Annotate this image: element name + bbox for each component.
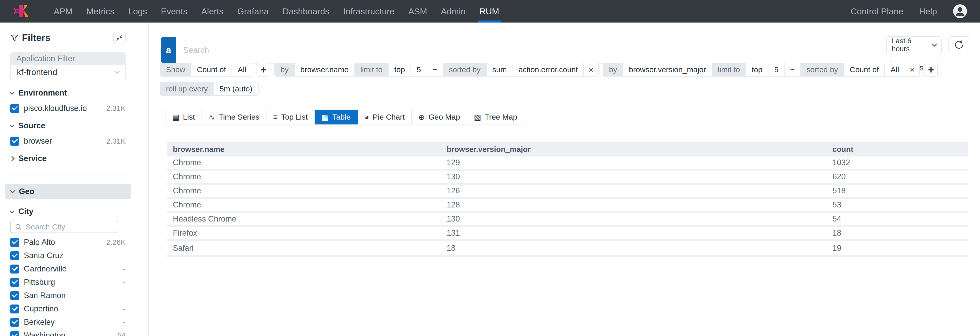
checkbox-checked[interactable]	[10, 238, 19, 247]
search-bar: a	[161, 37, 877, 64]
filter-item-label: browser	[24, 136, 52, 146]
show-label: Show	[160, 63, 191, 76]
geo-map-icon: ⊕	[418, 113, 425, 122]
top-select[interactable]: top	[746, 63, 768, 76]
checkbox-checked[interactable]	[10, 251, 19, 260]
group-field-select[interactable]: browser.version_major	[623, 63, 712, 76]
nav-item-help[interactable]: Help	[919, 0, 937, 22]
chevron-down-icon	[115, 69, 120, 74]
table-icon: ▦	[321, 113, 329, 122]
table-cell: Chrome	[167, 172, 441, 181]
nav-item-infrastructure[interactable]: Infrastructure	[343, 0, 395, 22]
table-cell: Chrome	[167, 200, 441, 210]
limit-n-input[interactable]: 5	[768, 63, 784, 76]
filter-item-label: pisco.kloudfuse.io	[24, 104, 87, 113]
nav-item-asm[interactable]: ASM	[408, 0, 427, 22]
sort-agg-select[interactable]: Count of	[844, 63, 885, 76]
remove-group-button[interactable]: ×	[905, 63, 920, 76]
nav-item-admin[interactable]: Admin	[441, 0, 465, 22]
query-key-badge[interactable]: a	[161, 37, 176, 64]
user-avatar[interactable]	[953, 4, 967, 18]
table-cell: 18	[441, 243, 827, 253]
chevron-down-icon	[10, 188, 15, 194]
top-select[interactable]: top	[388, 63, 411, 76]
tab-top-list[interactable]: ≡Top List	[266, 110, 315, 125]
section-city[interactable]: City	[10, 207, 126, 216]
remove-limit-button[interactable]: −	[784, 63, 800, 76]
filter-item-count: 2.31K	[106, 104, 126, 113]
limit-to-label: limit to	[354, 63, 388, 76]
add-group-button[interactable]: +	[924, 63, 938, 77]
section-label: Source	[18, 121, 45, 130]
table-row[interactable]: Chrome12853	[167, 199, 968, 213]
nav-item-dashboards[interactable]: Dashboards	[283, 0, 329, 22]
city-search-input[interactable]	[25, 222, 113, 231]
table-row[interactable]: Headless Chrome13054	[167, 213, 968, 227]
nav-item-metrics[interactable]: Metrics	[86, 0, 115, 22]
tab-pie-chart[interactable]: ◕Pie Chart	[358, 110, 412, 125]
nav-item-grafana[interactable]: Grafana	[237, 0, 269, 22]
column-header[interactable]: browser.version_major	[441, 145, 827, 154]
section-environment[interactable]: Environment	[10, 88, 126, 98]
filters-header: Filters	[10, 32, 126, 44]
metric-select[interactable]: Count of	[191, 63, 231, 76]
tab-list[interactable]: ▤List	[165, 110, 202, 125]
table-row[interactable]: Chrome126518	[167, 185, 968, 199]
column-header[interactable]: browser.name	[167, 145, 441, 154]
sort-field-select[interactable]: All	[885, 63, 905, 76]
table-cell: 518	[827, 186, 968, 195]
tab-geo-map[interactable]: ⊕Geo Map	[412, 110, 467, 125]
city-item-count: -	[123, 305, 126, 313]
sort-agg-select[interactable]: sum	[486, 63, 512, 76]
nav-item-control-plane[interactable]: Control Plane	[851, 0, 903, 22]
table-cell: 53	[827, 200, 968, 210]
city-item: Pittsburg-	[10, 275, 126, 289]
table-cell: 130	[441, 172, 827, 181]
column-header[interactable]: count	[827, 145, 968, 154]
nav-item-events[interactable]: Events	[161, 0, 188, 22]
checkbox-checked[interactable]	[10, 104, 19, 113]
refresh-button[interactable]	[948, 36, 969, 52]
application-filter-select[interactable]: kf-frontend	[10, 65, 126, 80]
tab-time-series[interactable]: ∿Time Series	[202, 110, 266, 125]
checkbox-checked[interactable]	[10, 331, 19, 336]
table-body: Chrome1291032Chrome130620Chrome126518Chr…	[167, 157, 968, 255]
sort-field-select[interactable]: action.error.count	[512, 63, 584, 76]
metric-field-select[interactable]: All	[231, 63, 251, 76]
section-geo[interactable]: Geo	[5, 184, 131, 199]
search-input[interactable]	[176, 45, 877, 55]
city-item-count: -	[123, 318, 126, 326]
collapse-sidebar-button[interactable]	[113, 32, 126, 44]
checkbox-checked[interactable]	[10, 137, 19, 146]
remove-group-button[interactable]: ×	[583, 63, 598, 76]
table-cell: Firefox	[167, 229, 441, 238]
city-item: Cupertino-	[10, 302, 126, 315]
limit-n-input[interactable]: 5	[410, 63, 426, 76]
checkbox-checked[interactable]	[10, 291, 19, 300]
filter-item-pisco: pisco.kloudfuse.io 2.31K	[10, 104, 126, 113]
time-range-picker[interactable]: Last 6 hours	[886, 36, 942, 53]
table-row[interactable]: Firefox13118	[167, 227, 968, 241]
rollup-value-select[interactable]: 5m (auto)	[213, 82, 258, 95]
tab-tree-map[interactable]: ▧Tree Map	[467, 110, 525, 125]
nav-item-alerts[interactable]: Alerts	[201, 0, 224, 22]
checkbox-checked[interactable]	[10, 304, 19, 314]
add-metric-button[interactable]: +	[256, 63, 270, 77]
group-field-select[interactable]: browser.name	[294, 63, 354, 76]
results-table: browser.namebrowser.version_majorcount C…	[167, 142, 968, 257]
checkbox-checked[interactable]	[10, 278, 19, 287]
nav-item-logs[interactable]: Logs	[128, 0, 147, 22]
table-row[interactable]: Chrome130620	[167, 171, 968, 185]
section-source[interactable]: Source	[10, 121, 126, 130]
nav-item-rum[interactable]: RUM	[479, 0, 499, 22]
tab-table[interactable]: ▦Table	[315, 110, 358, 125]
remove-limit-button[interactable]: −	[426, 63, 443, 76]
checkbox-checked[interactable]	[10, 264, 19, 274]
kloudfuse-logo-icon[interactable]	[13, 4, 29, 19]
table-row[interactable]: Safari1819	[167, 241, 968, 255]
checkbox-checked[interactable]	[10, 318, 19, 327]
nav-item-apm[interactable]: APM	[54, 0, 73, 22]
section-service[interactable]: Service	[10, 154, 126, 163]
table-row[interactable]: Chrome1291032	[167, 157, 968, 171]
city-item-label: San Ramon	[24, 291, 66, 300]
